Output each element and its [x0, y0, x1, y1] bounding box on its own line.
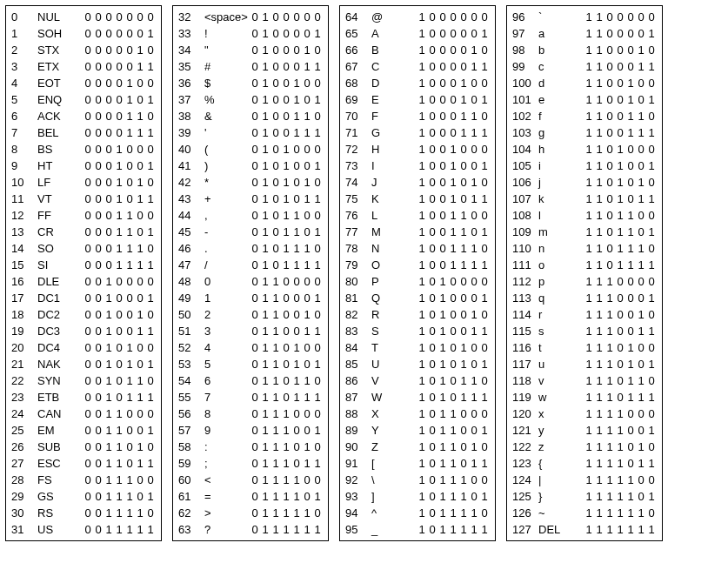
ascii-decimal: 41	[178, 159, 204, 172]
ascii-bit: 0	[479, 44, 490, 57]
ascii-bit: 1	[417, 225, 427, 238]
ascii-bit: 1	[584, 374, 594, 387]
ascii-decimal: 89	[345, 424, 371, 437]
ascii-bit: 1	[312, 126, 323, 139]
ascii-decimal: 85	[345, 358, 371, 371]
ascii-bit: 1	[260, 176, 270, 189]
ascii-bit: 1	[260, 308, 270, 321]
ascii-bit: 1	[636, 176, 646, 189]
ascii-bit: 1	[479, 192, 490, 205]
ascii-bit: 1	[260, 126, 270, 139]
ascii-decimal: 16	[11, 275, 37, 288]
ascii-decimal: 47	[178, 258, 204, 271]
ascii-bit: 0	[250, 374, 260, 387]
ascii-bit: 1	[114, 407, 124, 420]
ascii-bit: 1	[417, 110, 427, 123]
ascii-bit: 0	[250, 192, 260, 205]
ascii-bit: 0	[250, 490, 260, 503]
ascii-char: %	[204, 93, 250, 106]
ascii-bits: 0101111	[250, 258, 323, 271]
ascii-bits: 1011111	[417, 523, 490, 536]
ascii-char: CAN	[37, 407, 83, 420]
ascii-bit: 1	[584, 391, 594, 404]
ascii-bit: 0	[281, 341, 291, 354]
ascii-bit: 1	[291, 473, 302, 486]
ascii-bits: 1001110	[417, 242, 490, 255]
ascii-row: 116t1110100	[512, 339, 657, 356]
ascii-bit: 1	[114, 440, 124, 453]
ascii-bit: 0	[93, 275, 104, 288]
ascii-decimal: 70	[345, 110, 371, 123]
ascii-bit: 1	[458, 93, 469, 106]
ascii-row: 67C1000011	[345, 58, 490, 75]
ascii-bits: 0001111	[83, 258, 156, 271]
ascii-bit: 0	[135, 358, 145, 371]
ascii-bits: 1011110	[417, 506, 490, 519]
ascii-bit: 1	[615, 242, 625, 255]
ascii-bit: 1	[104, 358, 114, 371]
ascii-bit: 1	[260, 27, 270, 40]
ascii-bit: 1	[270, 473, 281, 486]
ascii-bits: 1111000	[584, 407, 657, 420]
ascii-bit: 0	[427, 126, 437, 139]
ascii-char: r	[538, 308, 584, 321]
ascii-bit: 0	[448, 10, 458, 23]
ascii-bit: 1	[312, 391, 323, 404]
ascii-row: 87W1010111	[345, 389, 490, 405]
ascii-bit: 1	[270, 275, 281, 288]
ascii-bit: 0	[83, 457, 93, 470]
ascii-bits: 0100011	[250, 60, 323, 73]
ascii-bit: 0	[93, 358, 104, 371]
ascii-column-0: 0NUL00000001SOH00000012STX00000103ETX000…	[5, 5, 162, 541]
ascii-bit: 1	[302, 242, 312, 255]
ascii-bit: 0	[250, 275, 260, 288]
ascii-bit: 1	[260, 325, 270, 338]
ascii-row: 88X1011000	[345, 405, 490, 422]
ascii-bit: 1	[260, 275, 270, 288]
ascii-bit: 0	[625, 292, 636, 305]
ascii-bit: 0	[437, 242, 448, 255]
ascii-bit: 0	[93, 10, 104, 23]
ascii-char: NAK	[37, 358, 83, 371]
ascii-bit: 0	[302, 473, 312, 486]
ascii-char: v	[538, 374, 584, 387]
ascii-bit: 0	[625, 308, 636, 321]
ascii-bit: 0	[270, 60, 281, 73]
ascii-bit: 1	[281, 225, 291, 238]
ascii-bit: 0	[114, 358, 124, 371]
ascii-char: EOT	[37, 77, 83, 90]
ascii-bit: 0	[636, 77, 646, 90]
ascii-bits: 1000010	[417, 44, 490, 57]
ascii-row: 5130110011	[178, 323, 323, 339]
ascii-decimal: 54	[178, 374, 204, 387]
ascii-bit: 1	[636, 457, 646, 470]
ascii-bit: 1	[104, 407, 114, 420]
ascii-bit: 1	[437, 407, 448, 420]
ascii-bit: 0	[93, 209, 104, 222]
ascii-char: ENQ	[37, 93, 83, 106]
ascii-bit: 1	[417, 308, 427, 321]
ascii-bit: 1	[437, 341, 448, 354]
ascii-char: |	[538, 473, 584, 486]
ascii-bit: 0	[469, 159, 479, 172]
ascii-bits: 1100101	[584, 93, 657, 106]
ascii-char: GS	[37, 490, 83, 503]
ascii-row: 22SYN0010110	[11, 372, 156, 389]
ascii-bit: 0	[448, 93, 458, 106]
ascii-bit: 0	[458, 457, 469, 470]
ascii-row: 105i1101001	[512, 158, 657, 174]
ascii-decimal: 119	[512, 391, 538, 404]
ascii-bit: 1	[281, 176, 291, 189]
ascii-bit: 0	[604, 44, 615, 57]
ascii-decimal: 26	[11, 440, 37, 453]
ascii-bits: 1001010	[417, 176, 490, 189]
ascii-bit: 1	[417, 10, 427, 23]
ascii-bit: 0	[625, 27, 636, 40]
ascii-bit: 1	[260, 60, 270, 73]
ascii-bit: 0	[104, 176, 114, 189]
ascii-bit: 1	[417, 159, 427, 172]
ascii-row: 112p1110000	[512, 273, 657, 290]
ascii-bit: 1	[302, 192, 312, 205]
ascii-bit: 1	[417, 325, 427, 338]
ascii-bit: 0	[250, 93, 260, 106]
